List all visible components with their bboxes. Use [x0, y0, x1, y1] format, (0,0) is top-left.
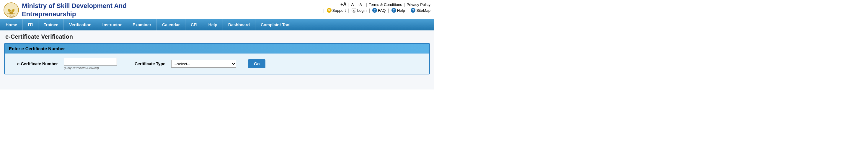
sitemap-label: SiteMap: [416, 8, 430, 13]
svg-text:सत्यमेव जयते: सत्यमेव जयते: [8, 15, 14, 17]
sep4: |: [404, 2, 405, 7]
faq-icon: ?: [372, 8, 377, 13]
sep7: |: [369, 8, 370, 13]
svg-point-5: [8, 9, 10, 11]
font-increase-button[interactable]: +A: [340, 2, 347, 7]
login-link[interactable]: ⎋ Login: [352, 8, 367, 13]
font-controls-row: +A | A | -A | Terms & Conditions | Priva…: [340, 2, 430, 7]
site-title: Ministry of Skill Development And Entrep…: [22, 2, 127, 18]
form-panel-header: Enter e-Certificate Number: [5, 44, 429, 54]
nav-iti[interactable]: ITI: [23, 19, 38, 30]
top-bar: सत्यमेव जयते Ministry of Skill Developme…: [0, 0, 434, 19]
cert-type-select[interactable]: --select--: [171, 60, 236, 68]
cert-number-hint: (Only Numbers Allowed): [64, 66, 99, 70]
sep3: |: [366, 2, 367, 7]
nav-bar: Home ITI Trainee Verification Instructor…: [0, 19, 434, 30]
login-label: Login: [357, 8, 367, 13]
sep2: |: [356, 2, 356, 7]
nav-calendar[interactable]: Calendar: [157, 19, 185, 30]
top-bar-right: +A | A | -A | Terms & Conditions | Priva…: [323, 2, 430, 13]
nav-home[interactable]: Home: [0, 19, 23, 30]
nav-verification[interactable]: Verification: [64, 19, 97, 30]
help-link[interactable]: ? Help: [392, 8, 405, 13]
form-row: e-Certificate Number (Only Numbers Allow…: [11, 58, 423, 70]
emblem-icon: सत्यमेव जयते: [4, 2, 19, 18]
terms-link[interactable]: Terms & Conditions: [369, 2, 402, 7]
page-content: e-Certificate Verification Enter e-Certi…: [0, 30, 434, 90]
header-left: सत्यमेव जयते Ministry of Skill Developme…: [4, 2, 127, 18]
sitemap-link[interactable]: ? SiteMap: [411, 8, 430, 13]
font-decrease-button[interactable]: -A: [359, 3, 362, 6]
cert-number-label: e-Certificate Number: [11, 61, 58, 66]
sep1: |: [348, 2, 349, 7]
form-panel-body: e-Certificate Number (Only Numbers Allow…: [5, 54, 429, 74]
help-label: Help: [397, 8, 405, 13]
support-label: Support: [333, 8, 346, 13]
cert-number-input[interactable]: [64, 58, 117, 66]
nav-instructor[interactable]: Instructor: [97, 19, 127, 30]
page-title: e-Certificate Verification: [4, 33, 430, 40]
sep6: |: [348, 8, 349, 13]
sep5: |: [323, 8, 324, 13]
svg-point-6: [13, 9, 14, 11]
utilities-row: | ✉ Support | ⎋ Login | ? FAQ | ? Help |: [323, 8, 430, 13]
support-link[interactable]: ✉ Support: [327, 8, 346, 13]
cert-type-label: Certificate Type: [135, 61, 165, 66]
sep9: |: [407, 8, 409, 13]
cert-number-field-group: (Only Numbers Allowed): [64, 58, 117, 70]
faq-label: FAQ: [378, 8, 385, 13]
nav-trainee[interactable]: Trainee: [38, 19, 64, 30]
nav-complaint[interactable]: Complaint Tool: [255, 19, 296, 30]
form-panel: Enter e-Certificate Number e-Certificate…: [4, 43, 430, 74]
mail-icon: ✉: [327, 8, 332, 13]
go-button[interactable]: Go: [248, 59, 266, 68]
sitemap-icon: ?: [411, 8, 415, 13]
nav-cfi[interactable]: CFI: [185, 19, 203, 30]
faq-link[interactable]: ? FAQ: [372, 8, 385, 13]
help-icon: ?: [392, 8, 396, 13]
privacy-link[interactable]: Privacy Policy: [407, 2, 430, 7]
nav-help[interactable]: Help: [203, 19, 223, 30]
sep8: |: [388, 8, 389, 13]
nav-examiner[interactable]: Examiner: [127, 19, 157, 30]
font-normal-button[interactable]: A: [351, 2, 354, 7]
nav-dashboard[interactable]: Dashboard: [223, 19, 255, 30]
login-icon: ⎋: [352, 8, 356, 13]
